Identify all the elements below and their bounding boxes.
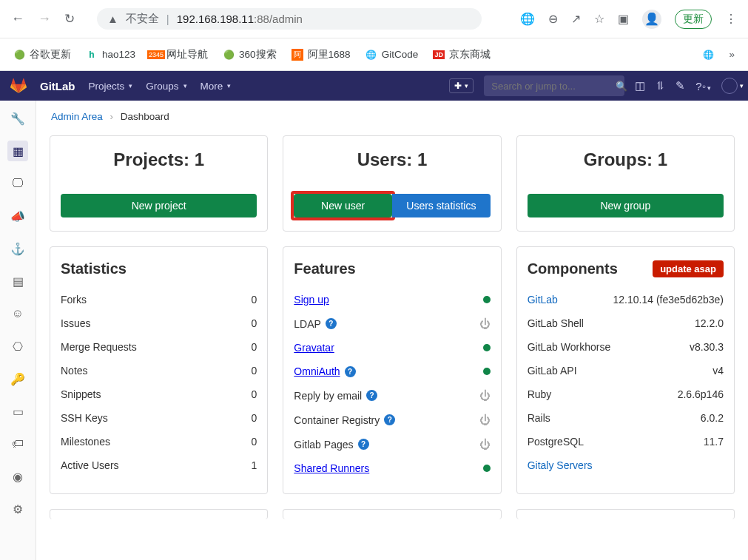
- bookmark-icon: 🌐: [365, 49, 377, 61]
- stat-label: Issues: [61, 317, 90, 329]
- search-icon[interactable]: 🔍: [616, 81, 627, 92]
- sidebar-tags-icon[interactable]: 🏷: [7, 434, 28, 454]
- bookmark-item[interactable]: 2345网址导航: [150, 48, 208, 61]
- breadcrumb-admin-link[interactable]: Admin Area: [51, 111, 103, 122]
- help-icon[interactable]: ?: [358, 439, 369, 450]
- projects-card: Projects: 1 New project: [50, 135, 268, 232]
- bookmark-item[interactable]: 阿阿里1688: [292, 48, 351, 61]
- status-on-icon: [483, 368, 491, 375]
- bookmark-label: hao123: [102, 49, 135, 60]
- bookmark-icon: 阿: [292, 49, 303, 61]
- feature-row: Shared Runners: [294, 456, 490, 480]
- new-user-button[interactable]: New user: [294, 194, 392, 217]
- bookmark-globe[interactable]: 🌐: [702, 49, 714, 61]
- back-button[interactable]: ←: [11, 11, 24, 27]
- bookmark-item[interactable]: JD京东商城: [433, 48, 491, 61]
- bookmark-star-icon[interactable]: ☆: [594, 12, 604, 26]
- bookmark-item[interactable]: 🌐GitCode: [365, 49, 419, 61]
- component-link[interactable]: Gitaly Servers: [528, 459, 593, 471]
- translate-icon[interactable]: 🌐: [520, 12, 535, 26]
- sidebar-kubernetes-icon[interactable]: ⎔: [7, 336, 28, 357]
- feature-row: Sign up: [294, 288, 490, 311]
- bookmark-item[interactable]: 🟢360搜索: [223, 48, 277, 61]
- share-icon[interactable]: ↗: [571, 12, 581, 26]
- bookmark-label: 谷歌更新: [30, 48, 71, 61]
- component-value: 6.0.2: [701, 412, 724, 424]
- sidebar-broadcast-icon[interactable]: 📣: [7, 206, 28, 226]
- search-input[interactable]: [491, 81, 616, 92]
- sidebar-settings-icon[interactable]: ⚙: [7, 499, 28, 519]
- projects-menu[interactable]: Projects▾: [89, 81, 133, 92]
- url-text: 192.168.198.11:88/admin: [177, 13, 303, 25]
- bookmark-icon: h: [86, 49, 98, 61]
- help-icon[interactable]: ?: [326, 318, 337, 329]
- stat-value: 0: [252, 294, 257, 306]
- user-avatar[interactable]: ▾: [721, 78, 738, 94]
- bookmarks-overflow-icon[interactable]: »: [729, 49, 735, 60]
- feature-row: Reply by email ?⏻: [294, 383, 490, 408]
- component-value: 12.2.0: [695, 317, 724, 329]
- menu-dots-icon[interactable]: ⋮: [725, 12, 737, 26]
- stat-value: 0: [252, 412, 257, 424]
- help-icon[interactable]: ?◦▾: [695, 80, 711, 92]
- new-group-button[interactable]: New group: [528, 194, 724, 217]
- status-off-icon: ⏻: [479, 317, 491, 330]
- bookmark-item[interactable]: 🟢谷歌更新: [13, 48, 71, 61]
- sidebar-dashboard-icon[interactable]: ▦: [7, 141, 28, 161]
- sidebar-abuse-icon[interactable]: ☺: [7, 303, 28, 324]
- breadcrumb-current: Dashboard: [121, 111, 169, 122]
- search-box[interactable]: 🔍: [484, 75, 624, 96]
- component-row: PostgreSQL11.7: [528, 430, 724, 453]
- update-asap-button[interactable]: update asap: [653, 260, 724, 277]
- merge-requests-icon[interactable]: ⥮: [656, 79, 665, 92]
- help-icon[interactable]: ?: [345, 366, 356, 377]
- users-statistics-button[interactable]: Users statistics: [392, 194, 491, 217]
- component-label: Rails: [528, 412, 550, 424]
- stat-value: 0: [252, 388, 257, 400]
- help-icon[interactable]: ?: [384, 414, 395, 425]
- component-value: v8.30.3: [690, 341, 724, 353]
- feature-link[interactable]: Sign up: [294, 294, 328, 306]
- component-label: GitLab API: [528, 365, 577, 377]
- zoom-icon[interactable]: ⊖: [548, 12, 558, 26]
- sidebar-deploy-keys-icon[interactable]: 🔑: [7, 368, 28, 389]
- help-icon[interactable]: ?: [366, 390, 377, 401]
- gitlab-brand[interactable]: GitLab: [40, 80, 75, 92]
- forward-button[interactable]: →: [38, 11, 51, 27]
- feature-row: Gravatar: [294, 336, 490, 360]
- bookmarks-bar: 🟢谷歌更新hhao1232345网址导航🟢360搜索阿阿里1688🌐GitCod…: [0, 38, 748, 71]
- component-value: v4: [712, 365, 724, 377]
- todos-icon[interactable]: ✎: [675, 79, 685, 92]
- bookmark-item[interactable]: hhao123: [86, 49, 135, 61]
- sidebar-monitor-icon[interactable]: 🖵: [7, 173, 28, 194]
- more-menu[interactable]: More▾: [201, 81, 232, 92]
- sidebar-apps-icon[interactable]: ▤: [7, 271, 28, 291]
- address-bar[interactable]: ▲ 不安全 | 192.168.198.11:88/admin: [97, 8, 482, 30]
- new-menu-button[interactable]: ✚▾: [449, 78, 474, 93]
- sidebar-labels-icon[interactable]: ▭: [7, 401, 28, 422]
- sidebar-wrench-icon[interactable]: 🔧: [7, 108, 28, 129]
- sidebar-hooks-icon[interactable]: ⚓: [7, 238, 28, 259]
- bookmark-icon: JD: [433, 49, 445, 61]
- groups-menu[interactable]: Groups▾: [146, 81, 186, 92]
- reload-button[interactable]: ↻: [64, 11, 75, 27]
- feature-link[interactable]: Gravatar: [294, 342, 334, 354]
- stat-label: Merge Requests: [61, 341, 137, 353]
- component-label: Ruby: [528, 388, 552, 400]
- gitlab-logo-icon[interactable]: [10, 78, 27, 94]
- new-project-button[interactable]: New project: [61, 194, 257, 217]
- stat-label: Milestones: [61, 436, 110, 448]
- component-row: Rails6.0.2: [528, 406, 724, 430]
- issues-icon[interactable]: ◫: [635, 79, 645, 92]
- feature-link[interactable]: Shared Runners: [294, 462, 369, 474]
- status-on-icon: [483, 465, 491, 472]
- panel-icon[interactable]: ▣: [618, 12, 629, 26]
- component-link[interactable]: GitLab: [528, 294, 558, 306]
- stat-value: 0: [252, 341, 257, 353]
- update-button[interactable]: 更新: [675, 10, 712, 29]
- sidebar-appearance-icon[interactable]: ◉: [7, 466, 28, 487]
- component-row: Gitaly Servers: [528, 453, 724, 477]
- feature-link[interactable]: OmniAuth: [294, 365, 340, 377]
- components-heading-text: Components: [528, 260, 618, 277]
- profile-icon[interactable]: 👤: [642, 10, 661, 29]
